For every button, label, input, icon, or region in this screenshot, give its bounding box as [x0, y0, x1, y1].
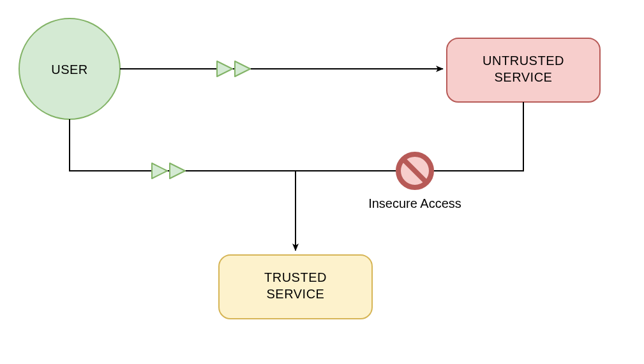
edge-user-to-trusted [70, 119, 296, 251]
node-trusted-service: TRUSTED SERVICE [219, 255, 372, 319]
node-user: USER [19, 18, 120, 119]
node-untrusted-label-2: SERVICE [495, 70, 553, 84]
node-untrusted-service: UNTRUSTED SERVICE [447, 38, 600, 102]
node-user-label: USER [51, 62, 88, 76]
node-untrusted-label-1: UNTRUSTED [483, 54, 564, 68]
edge-user-to-untrusted [120, 61, 443, 76]
node-trusted-label-1: TRUSTED [264, 270, 327, 284]
prohibited-icon [398, 154, 431, 187]
edge-untrusted-to-trusted-blocked: Insecure Access [296, 102, 523, 210]
annotation-insecure-access: Insecure Access [368, 196, 461, 210]
diagram-canvas: USER UNTRUSTED SERVICE TRUSTED SERVICE [0, 0, 644, 364]
node-trusted-label-2: SERVICE [267, 287, 325, 301]
